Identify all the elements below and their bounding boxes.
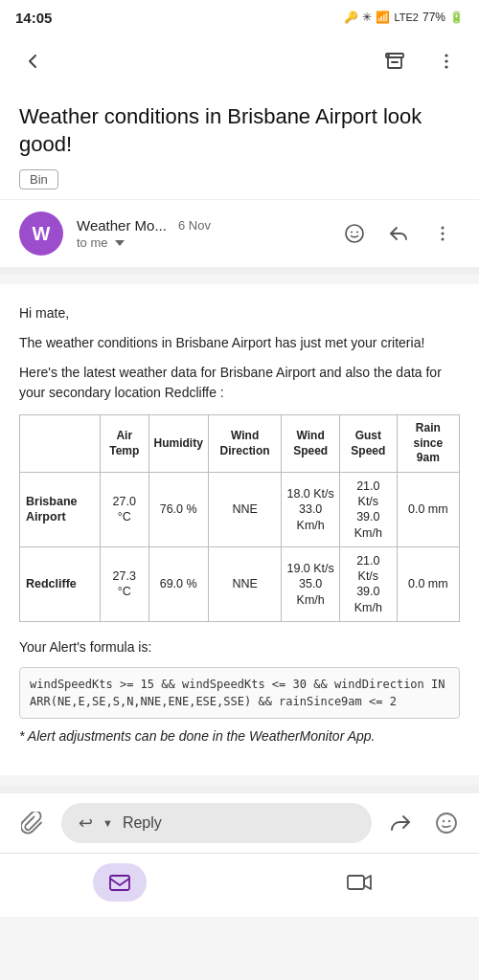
- sender-date: 6 Nov: [178, 218, 211, 233]
- subject-area: Weather conditions in Brisbane Airport l…: [0, 88, 479, 199]
- weather-cell-1-6: 0.0 mm: [397, 546, 459, 621]
- bottom-nav: [0, 853, 479, 917]
- sender-to[interactable]: to me: [77, 235, 324, 250]
- email-label-bin[interactable]: Bin: [19, 169, 58, 189]
- divider: [0, 267, 479, 275]
- body-line2: Here's the latest weather data for Brisb…: [19, 363, 460, 403]
- svg-point-1: [445, 54, 447, 56]
- battery-icon: 🔋: [449, 11, 464, 24]
- wifi-icon: 📶: [376, 11, 390, 24]
- col-header-gust-speed: Gust Speed: [339, 415, 397, 473]
- status-icons: 🔑 ✳ 📶 LTE2 77% 🔋: [344, 11, 464, 24]
- alert-note: * Alert adjustments can be done in the W…: [19, 726, 460, 746]
- sender-avatar: W: [19, 212, 63, 256]
- to-chevron-icon: [115, 240, 125, 246]
- bluetooth-icon: ✳: [362, 11, 372, 24]
- weather-cell-0-4: 18.0 Kt/s 33.0 Km/h: [282, 472, 340, 546]
- formula-box: windSpeedKts >= 15 && windSpeedKts <= 30…: [19, 667, 460, 719]
- greeting: Hi mate,: [19, 303, 460, 323]
- weather-cell-1-0: Redcliffe: [20, 546, 101, 621]
- weather-cell-0-3: NNE: [208, 472, 282, 546]
- col-header-humidity: Humidity: [148, 415, 208, 473]
- weather-table: Air Temp Humidity Wind Direction Wind Sp…: [19, 414, 460, 622]
- col-header-wind-dir: Wind Direction: [208, 415, 282, 473]
- weather-cell-0-6: 0.0 mm: [397, 472, 459, 546]
- svg-point-4: [346, 225, 363, 242]
- email-body: Hi mate, The weather conditions in Brisb…: [0, 284, 479, 775]
- back-button[interactable]: [15, 44, 50, 78]
- attach-button[interactable]: [15, 806, 50, 840]
- sender-name: Weather Mo...: [77, 217, 167, 234]
- svg-point-12: [448, 820, 450, 822]
- weather-cell-1-3: NNE: [208, 546, 282, 621]
- battery-text: 77%: [422, 11, 445, 24]
- forward-button[interactable]: [383, 806, 418, 840]
- reply-text[interactable]: Reply: [123, 814, 354, 832]
- weather-cell-1-1: 27.3 °C: [101, 546, 148, 621]
- weather-table-row: Redcliffe27.3 °C69.0 %NNE19.0 Kt/s 35.0 …: [20, 546, 460, 621]
- reply-bar: ↩ ▼ Reply: [0, 792, 479, 853]
- svg-point-5: [351, 232, 353, 234]
- reply-button[interactable]: [381, 216, 416, 251]
- col-header-location: [20, 415, 101, 473]
- status-bar: 14:05 🔑 ✳ 📶 LTE2 77% 🔋: [0, 0, 479, 34]
- signal-icon: LTE2: [394, 11, 418, 23]
- weather-cell-1-5: 21.0 Kt/s 39.0 Km/h: [339, 546, 397, 621]
- svg-point-11: [443, 820, 445, 822]
- weather-cell-0-2: 76.0 %: [148, 472, 208, 546]
- svg-rect-14: [348, 876, 364, 889]
- key-icon: 🔑: [344, 11, 358, 24]
- body-line1: The weather conditions in Brisbane Airpo…: [19, 333, 460, 353]
- col-header-wind-speed: Wind Speed: [282, 415, 340, 473]
- nav-email-button[interactable]: [93, 863, 147, 902]
- col-header-rain: Rain since 9am: [397, 415, 459, 473]
- status-time: 14:05: [15, 10, 52, 26]
- svg-point-9: [442, 238, 445, 241]
- reply-arrow-icon: ↩: [79, 813, 93, 834]
- emoji-reply-button[interactable]: [429, 806, 464, 840]
- sender-row: W Weather Mo... 6 Nov to me: [0, 199, 479, 267]
- archive-button[interactable]: [377, 44, 412, 78]
- svg-point-3: [445, 65, 447, 68]
- sender-info: Weather Mo... 6 Nov to me: [77, 217, 324, 250]
- svg-point-8: [442, 233, 445, 235]
- email-subject: Weather conditions in Brisbane Airport l…: [19, 103, 460, 158]
- svg-point-7: [442, 227, 445, 230]
- weather-cell-0-0: Brisbane Airport: [20, 472, 101, 546]
- divider-2: [0, 785, 479, 792]
- svg-point-6: [356, 232, 358, 234]
- col-header-air-temp: Air Temp: [101, 415, 148, 473]
- email-more-button[interactable]: [425, 216, 460, 251]
- sender-actions: [337, 216, 460, 251]
- emoji-button[interactable]: [337, 216, 372, 251]
- svg-point-2: [445, 59, 447, 62]
- email-toolbar: [0, 34, 479, 88]
- weather-cell-0-1: 27.0 °C: [101, 472, 148, 546]
- reply-input-area[interactable]: ↩ ▼ Reply: [61, 803, 372, 843]
- weather-table-row: Brisbane Airport27.0 °C76.0 %NNE18.0 Kt/…: [20, 472, 460, 546]
- svg-rect-13: [110, 876, 129, 890]
- weather-cell-1-2: 69.0 %: [148, 546, 208, 621]
- formula-label: Your Alert's formula is:: [19, 637, 460, 657]
- weather-cell-1-4: 19.0 Kt/s 35.0 Km/h: [282, 546, 340, 621]
- weather-cell-0-5: 21.0 Kt/s 39.0 Km/h: [339, 472, 397, 546]
- reply-dropdown-icon[interactable]: ▼: [103, 817, 113, 829]
- more-options-button[interactable]: [429, 44, 464, 78]
- nav-video-button[interactable]: [332, 863, 386, 902]
- svg-point-10: [437, 813, 456, 833]
